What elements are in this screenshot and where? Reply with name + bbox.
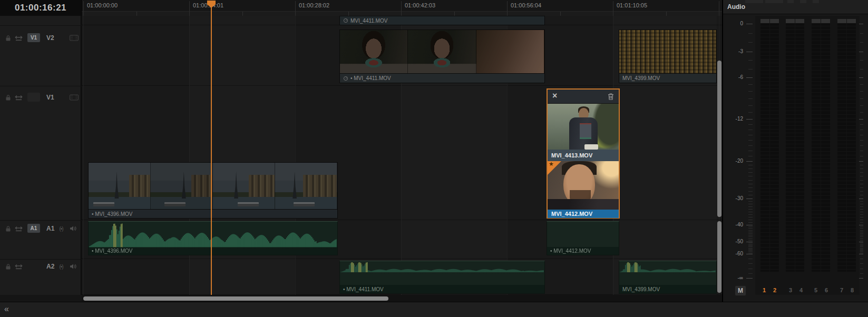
- lock-icon[interactable]: [4, 223, 12, 234]
- trash-icon[interactable]: [607, 93, 615, 101]
- db-minor-tick-right: [860, 239, 863, 239]
- timeline-lanes[interactable]: MVI_4411.MOV • MVI_4411.MOV MVI_4399.MOV: [82, 16, 722, 295]
- db-minor-tick-right: [860, 176, 863, 176]
- clip-a1-mvi4412[interactable]: • MVI_4412.MOV: [547, 221, 619, 255]
- db-minor-tick: [748, 42, 753, 43]
- filmstrip-icon[interactable]: [69, 32, 79, 44]
- db-scale-label: -60: [723, 251, 743, 256]
- auto-select-icon[interactable]: [14, 32, 23, 44]
- clip-a2-mvi4399[interactable]: MVI_4399.MOV: [619, 261, 717, 294]
- clip-a1-mvi4396[interactable]: • MVI_4396.MOV: [88, 221, 338, 255]
- db-minor-tick: [748, 176, 753, 176]
- timeline-horizontal-scrollbar[interactable]: [82, 295, 722, 302]
- clip-label: • MVI_4396.MOV: [92, 211, 132, 217]
- popup-item-mvi4412-thumbnail[interactable]: ★: [548, 161, 619, 210]
- channel-number-4[interactable]: 4: [797, 287, 805, 293]
- popup-item-mvi4413-label[interactable]: MVI_4413.MOV: [548, 150, 619, 161]
- db-minor-tick-right: [860, 187, 863, 188]
- db-minor-tick: [748, 33, 753, 34]
- db-minor-tick-right: [860, 151, 863, 151]
- channel-number-1[interactable]: 1: [760, 287, 768, 293]
- db-minor-tick-right: [860, 184, 863, 184]
- speaker-icon[interactable]: [69, 223, 78, 234]
- db-minor-tick: [748, 232, 753, 232]
- star-icon: ★: [549, 161, 554, 167]
- mute-button[interactable]: M: [735, 285, 746, 296]
- track-header-a1[interactable]: A1A1(•): [0, 220, 82, 259]
- channel-number-2[interactable]: 2: [771, 287, 779, 293]
- db-minor-tick: [748, 151, 753, 151]
- clip-v1-mvi4396[interactable]: • MVI_4396.MOV: [88, 162, 338, 219]
- audio-meter-channel-4: [795, 19, 804, 272]
- db-minor-tick-right: [860, 84, 863, 85]
- db-minor-tick: [748, 228, 753, 229]
- clip-v3-mvi4411-partial[interactable]: MVI_4411.MOV: [339, 16, 545, 25]
- channel-number-5[interactable]: 5: [812, 287, 820, 293]
- db-minor-tick: [748, 209, 753, 210]
- db-major-tick-right: [859, 199, 863, 199]
- horizontal-scrollbar-thumb[interactable]: [83, 296, 388, 301]
- db-minor-tick: [748, 273, 753, 274]
- panel-top-button: [813, 0, 819, 3]
- timeline-vertical-scrollbar-lower[interactable]: [717, 221, 721, 293]
- channel-number-6[interactable]: 6: [822, 287, 831, 293]
- db-major-tick: [746, 52, 753, 52]
- destination-badge-a1[interactable]: A1: [27, 224, 40, 233]
- clip-v2-mvi4411[interactable]: • MVI_4411.MOV: [339, 29, 545, 83]
- auto-select-icon[interactable]: [14, 223, 23, 234]
- popup-item-mvi4413-thumbnail[interactable]: [548, 104, 619, 150]
- db-minor-tick: [748, 140, 753, 141]
- db-minor-tick: [748, 250, 753, 251]
- ruler-major-tick: [507, 1, 508, 16]
- db-major-tick: [746, 242, 753, 242]
- filmstrip-icon[interactable]: [69, 92, 79, 103]
- db-minor-tick: [748, 214, 753, 215]
- clip-a2-mvi4411[interactable]: • MVI_4411.MOV: [339, 261, 545, 294]
- clip-v2-mvi4399[interactable]: MVI_4399.MOV: [619, 29, 717, 83]
- db-minor-tick: [748, 145, 753, 146]
- channel-number-3[interactable]: 3: [786, 287, 795, 293]
- db-major-tick-right: [859, 225, 863, 225]
- popup-item-mvi4412-label[interactable]: MVI_4412.MOV: [548, 210, 619, 218]
- db-minor-tick: [748, 98, 753, 99]
- db-minor-tick-right: [860, 201, 863, 202]
- record-monitor-icon[interactable]: (•): [56, 223, 66, 234]
- clip-label: • MVI_4411.MOV: [343, 286, 384, 292]
- db-minor-tick-right: [860, 230, 863, 231]
- db-minor-tick-right: [860, 42, 863, 43]
- db-minor-tick: [748, 156, 753, 156]
- db-major-tick-right: [859, 52, 863, 52]
- channel-number-8[interactable]: 8: [848, 287, 856, 293]
- collapse-panel-button[interactable]: «: [4, 304, 9, 314]
- db-minor-tick: [748, 184, 753, 184]
- speaker-icon[interactable]: [69, 261, 78, 272]
- playhead[interactable]: [211, 5, 212, 295]
- track-header-v1[interactable]: V1: [0, 86, 82, 220]
- destination-badge-v2[interactable]: V1: [27, 33, 40, 42]
- auto-select-icon[interactable]: [14, 261, 23, 272]
- ruler-minor-tick: [348, 12, 349, 16]
- record-monitor-icon[interactable]: (•): [56, 261, 66, 272]
- ruler-timecode-label: 01:00:56:04: [511, 2, 541, 8]
- audio-meter-channel-5: [812, 19, 821, 272]
- db-minor-tick-right: [860, 195, 863, 195]
- timeline-vertical-scrollbar[interactable]: [717, 61, 721, 217]
- timeline-ruler[interactable]: 01:00:00:0001:00:14:0101:00:28:0201:00:4…: [82, 0, 722, 16]
- db-major-tick: [746, 278, 753, 279]
- db-minor-tick-right: [860, 212, 863, 212]
- clip-label: • MVI_4412.MOV: [550, 248, 591, 254]
- lock-icon[interactable]: [4, 261, 12, 272]
- db-minor-tick-right: [860, 145, 863, 146]
- db-minor-tick-right: [860, 228, 863, 229]
- db-minor-tick-right: [860, 165, 863, 165]
- channel-number-7[interactable]: 7: [837, 287, 846, 293]
- lock-icon[interactable]: [4, 32, 12, 44]
- track-header-column: V1V2V1A1A1(•)A2(•): [0, 16, 82, 295]
- auto-select-icon[interactable]: [14, 92, 23, 103]
- track-header-a2[interactable]: A2(•): [0, 259, 82, 295]
- track-header-v2[interactable]: V1V2: [0, 25, 82, 86]
- close-icon[interactable]: ×: [552, 91, 557, 101]
- destination-badge-v1[interactable]: [27, 93, 40, 102]
- db-minor-tick: [748, 135, 753, 135]
- lock-icon[interactable]: [4, 92, 12, 103]
